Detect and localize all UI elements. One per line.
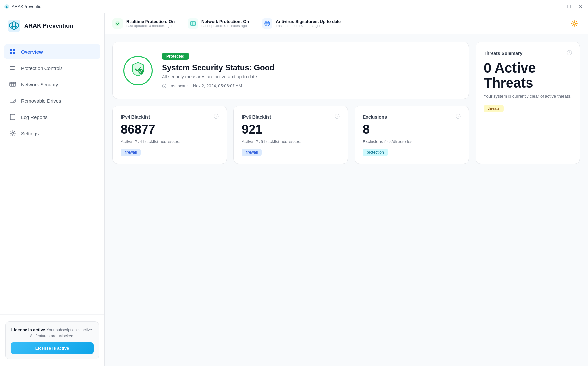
ipv6-blacklist-card: IPv6 Blacklist 921 Active IPv6 blacklist… bbox=[233, 106, 348, 164]
security-status-subtitle: All security measures are active and up … bbox=[162, 74, 458, 79]
exclusions-number: 8 bbox=[363, 123, 461, 137]
svg-point-21 bbox=[13, 100, 14, 101]
ipv6-label: IPv6 Blacklist bbox=[242, 114, 271, 120]
ipv4-description: Active IPv4 blacklist addresses. bbox=[121, 139, 219, 144]
svg-point-26 bbox=[12, 132, 14, 134]
antivirus-signatures-status: Antivirus Signatures: Up to date Last up… bbox=[262, 18, 341, 29]
exclusions-card-header: Exclusions bbox=[363, 114, 461, 120]
svg-rect-13 bbox=[10, 68, 14, 68]
clock-icon bbox=[162, 84, 166, 88]
license-card: License is active Your subscription is a… bbox=[5, 321, 99, 359]
sidebar-item-removable-drives[interactable]: Removable Drives bbox=[4, 93, 100, 108]
network-protection-text: Network Protection: On Last updated: 0 m… bbox=[201, 19, 249, 28]
active-threats-count: 0 Active Threats bbox=[484, 60, 572, 91]
shield-icon bbox=[130, 61, 146, 80]
sidebar-item-settings[interactable]: Settings bbox=[4, 126, 100, 141]
threats-card-title: Threats Summary bbox=[484, 51, 522, 56]
license-active-button[interactable]: License is active bbox=[11, 342, 94, 354]
sidebar-item-protection-controls[interactable]: Protection Controls bbox=[4, 60, 100, 75]
titlebar-app-name: ◆ ARAKPrevention bbox=[4, 4, 44, 9]
realtime-protection-icon bbox=[112, 18, 123, 29]
ipv4-clock-icon bbox=[214, 114, 219, 120]
svg-rect-9 bbox=[13, 49, 15, 51]
ipv6-description: Active IPv6 blacklist addresses. bbox=[242, 139, 340, 144]
security-status-card: Protected System Security Status: Good A… bbox=[112, 42, 469, 99]
ipv6-card-header: IPv6 Blacklist bbox=[242, 114, 340, 120]
network-protection-icon bbox=[188, 18, 198, 29]
ipv6-number: 921 bbox=[242, 123, 340, 137]
sidebar-item-network-security[interactable]: Network Security bbox=[4, 77, 100, 92]
logo-text: ARAK Prevention bbox=[24, 23, 73, 29]
last-scan-info: Last scan: Nov 2, 2024, 05:06:07 AM bbox=[162, 83, 458, 88]
network-security-icon bbox=[9, 81, 16, 88]
ipv6-tag: firewall bbox=[242, 149, 262, 156]
svg-rect-14 bbox=[10, 69, 15, 70]
threats-summary-card: Threats Summary 0 Active Threats Your sy… bbox=[476, 42, 580, 164]
antivirus-icon bbox=[262, 18, 272, 29]
network-protection-status: Network Protection: On Last updated: 0 m… bbox=[188, 18, 249, 29]
main-content: Realtime Protection: On Last updated: 0 … bbox=[105, 13, 588, 366]
svg-rect-15 bbox=[10, 82, 16, 86]
bottom-stats: IPv4 Blacklist 86877 Active IPv4 blackli… bbox=[112, 106, 469, 164]
realtime-protection-status: Realtime Protection: On Last updated: 0 … bbox=[112, 18, 175, 29]
antivirus-text: Antivirus Signatures: Up to date Last up… bbox=[276, 19, 341, 28]
sidebar-item-label: Settings bbox=[21, 131, 39, 136]
threats-clock-icon bbox=[567, 50, 572, 57]
sidebar-item-log-reports[interactable]: Log Reports bbox=[4, 109, 100, 125]
license-title-text: License is active Your subscription is a… bbox=[11, 327, 94, 339]
logo-icon bbox=[8, 20, 20, 32]
overview-icon bbox=[9, 48, 16, 55]
svg-rect-10 bbox=[10, 52, 12, 54]
topbar: Realtime Protection: On Last updated: 0 … bbox=[105, 13, 588, 34]
svg-rect-11 bbox=[13, 52, 15, 54]
settings-cog-icon bbox=[571, 20, 578, 27]
shield-wrapper bbox=[123, 56, 153, 85]
close-button[interactable]: ✕ bbox=[578, 3, 584, 10]
sidebar-footer: License is active Your subscription is a… bbox=[0, 314, 104, 366]
svg-rect-8 bbox=[10, 49, 12, 51]
log-reports-icon bbox=[9, 113, 16, 121]
exclusions-label: Exclusions bbox=[363, 114, 387, 120]
minimize-button[interactable]: — bbox=[554, 3, 561, 10]
content-area: Protected System Security Status: Good A… bbox=[105, 34, 588, 366]
maximize-button[interactable]: ❐ bbox=[566, 3, 572, 10]
settings-icon bbox=[9, 130, 16, 137]
sidebar-item-overview[interactable]: Overview bbox=[4, 44, 100, 59]
threats-description: Your system is currently clear of active… bbox=[484, 93, 572, 100]
ipv4-number: 86877 bbox=[121, 123, 219, 137]
app-icon: ◆ bbox=[4, 4, 9, 9]
sidebar-item-label: Protection Controls bbox=[21, 65, 63, 71]
titlebar: ◆ ARAKPrevention — ❐ ✕ bbox=[0, 0, 588, 13]
sidebar-item-label: Overview bbox=[21, 49, 43, 55]
threats-tag: threats bbox=[484, 105, 504, 112]
exclusions-clock-icon bbox=[456, 114, 461, 120]
sidebar-logo: ARAK Prevention bbox=[0, 13, 104, 39]
exclusions-card: Exclusions 8 Exclusions files/directorie… bbox=[355, 106, 469, 164]
topbar-settings-button[interactable] bbox=[568, 18, 580, 29]
svg-text:◆: ◆ bbox=[5, 5, 8, 8]
exclusions-tag: protection bbox=[363, 149, 388, 156]
app-body: ARAK Prevention Overview bbox=[0, 13, 588, 366]
protected-badge: Protected bbox=[162, 53, 189, 60]
security-status-title: System Security Status: Good bbox=[162, 63, 458, 72]
svg-point-27 bbox=[115, 21, 120, 26]
realtime-protection-text: Realtime Protection: On Last updated: 0 … bbox=[126, 19, 175, 28]
svg-rect-12 bbox=[10, 66, 15, 67]
protection-controls-icon bbox=[9, 64, 16, 72]
ipv4-label: IPv4 Blacklist bbox=[121, 114, 150, 120]
ipv4-blacklist-card: IPv4 Blacklist 86877 Active IPv4 blackli… bbox=[112, 106, 227, 164]
sidebar-item-label: Removable Drives bbox=[21, 98, 61, 104]
svg-point-36 bbox=[573, 22, 576, 25]
sidebar: ARAK Prevention Overview bbox=[0, 13, 105, 366]
ipv4-card-header: IPv4 Blacklist bbox=[121, 114, 219, 120]
exclusions-description: Exclusions files/directories. bbox=[363, 139, 461, 144]
ipv4-tag: firewall bbox=[121, 149, 141, 156]
sidebar-nav: Overview Protection Controls bbox=[0, 39, 104, 314]
sidebar-item-label: Log Reports bbox=[21, 114, 48, 120]
ipv6-clock-icon bbox=[335, 114, 340, 120]
security-info: Protected System Security Status: Good A… bbox=[162, 53, 458, 88]
removable-drives-icon bbox=[9, 97, 16, 104]
window-controls: — ❐ ✕ bbox=[554, 3, 584, 10]
svg-rect-28 bbox=[190, 22, 196, 25]
sidebar-item-label: Network Security bbox=[21, 82, 58, 87]
